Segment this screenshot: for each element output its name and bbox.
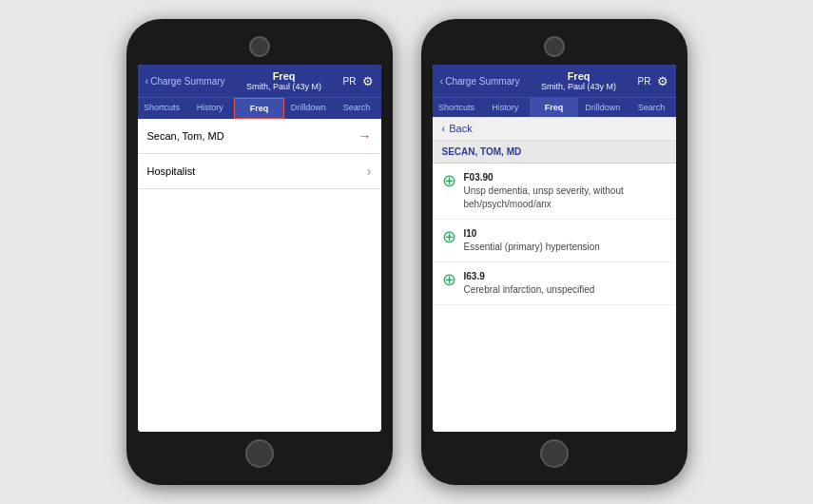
diagnosis-item-0[interactable]: ⊕ F03.90 Unsp dementia, unsp severity, w… (433, 164, 676, 220)
phone-left: ‹ Charge Summary Freq Smith, Paul (43y M… (126, 19, 393, 485)
list-item-hospitalist[interactable]: Hospitalist › (138, 154, 381, 189)
list-item-label-hospitalist: Hospitalist (147, 165, 196, 177)
list-item-secan[interactable]: Secan, Tom, MD → (138, 119, 381, 154)
diagnosis-item-1[interactable]: ⊕ I10 Essential (primary) hypertension (433, 220, 676, 262)
chevron-left-icon-right: ‹ (440, 75, 444, 87)
nav-tabs-left: Shortcuts History Freq Drilldown Search (138, 97, 381, 119)
add-icon-1[interactable]: ⊕ (442, 228, 456, 245)
diagnosis-item-2[interactable]: ⊕ I63.9 Cerebral infarction, unspecified (433, 262, 676, 305)
tab-search-right[interactable]: Search (627, 98, 675, 117)
nav-tabs-right: Shortcuts History Freq Drilldown Search (433, 97, 676, 117)
phone-screen-right: ‹ Charge Summary Freq Smith, Paul (43y M… (433, 65, 676, 432)
chevron-right-icon-hospitalist: › (367, 164, 372, 179)
tab-shortcuts-left[interactable]: Shortcuts (138, 98, 186, 119)
phone-screen-left: ‹ Charge Summary Freq Smith, Paul (43y M… (138, 65, 381, 432)
phone-bottom-button-left (245, 439, 274, 468)
back-chevron-icon: ‹ (442, 123, 446, 134)
content-left: Secan, Tom, MD → Hospitalist › (138, 119, 381, 432)
back-label-right: Charge Summary (445, 76, 519, 87)
diag-code-1: I10 (464, 227, 600, 241)
tab-freq-left[interactable]: Freq (234, 98, 284, 119)
chevron-left-icon: ‹ (145, 75, 149, 87)
pr-label-right: PR (638, 76, 651, 87)
gear-icon-right[interactable]: ⚙ (657, 74, 668, 88)
scene: ‹ Charge Summary Freq Smith, Paul (43y M… (126, 19, 687, 485)
phone-top-button-right (544, 36, 565, 57)
tab-drilldown-left[interactable]: Drilldown (284, 98, 333, 119)
pr-label-left: PR (343, 76, 357, 87)
add-icon-2[interactable]: ⊕ (442, 271, 456, 288)
tab-search-left[interactable]: Search (333, 98, 381, 119)
list-item-label-secan: Secan, Tom, MD (147, 130, 224, 142)
diag-code-0: F03.90 (464, 171, 667, 184)
diag-desc-1: Essential (primary) hypertension (464, 241, 600, 254)
back-button-left[interactable]: ‹ Charge Summary (145, 75, 225, 87)
tab-freq-right[interactable]: Freq (530, 98, 578, 117)
phone-top-button-left (249, 36, 270, 57)
phone-right: ‹ Charge Summary Freq Smith, Paul (43y M… (421, 19, 687, 485)
arrow-icon-secan: → (358, 128, 372, 144)
diag-text-0: F03.90 Unsp dementia, unsp severity, wit… (464, 171, 667, 211)
header-center-right: Freq Smith, Paul (43y M) (541, 70, 616, 91)
header-right: ‹ Charge Summary Freq Smith, Paul (43y M… (433, 65, 676, 97)
header-right-left: PR ⚙ (343, 74, 374, 88)
back-bar-right[interactable]: ‹ Back (433, 117, 676, 141)
diagnoses-list: ⊕ F03.90 Unsp dementia, unsp severity, w… (433, 164, 676, 432)
diag-desc-2: Cerebral infarction, unspecified (464, 283, 595, 297)
header-right-right: PR ⚙ (638, 74, 668, 88)
tab-drilldown-right[interactable]: Drilldown (578, 98, 627, 117)
header-title-right: Freq (541, 70, 616, 82)
header-title-left: Freq (246, 70, 321, 82)
back-button-right[interactable]: ‹ Charge Summary (440, 75, 520, 87)
back-bar-label: Back (449, 123, 472, 134)
add-icon-0[interactable]: ⊕ (442, 172, 456, 189)
diag-desc-0: Unsp dementia, unsp severity, without be… (464, 184, 667, 211)
patient-name-right: Smith, Paul (43y M) (541, 82, 616, 91)
section-header-right: SECAN, TOM, MD (433, 141, 676, 164)
tab-shortcuts-right[interactable]: Shortcuts (433, 98, 481, 117)
diag-text-2: I63.9 Cerebral infarction, unspecified (464, 270, 595, 297)
diag-code-2: I63.9 (464, 270, 595, 283)
tab-history-right[interactable]: History (481, 98, 530, 117)
phone-bottom-button-right (540, 439, 569, 468)
diag-text-1: I10 Essential (primary) hypertension (464, 227, 600, 254)
header-left: ‹ Charge Summary Freq Smith, Paul (43y M… (138, 65, 381, 97)
tab-history-left[interactable]: History (185, 98, 234, 119)
header-center-left: Freq Smith, Paul (43y M) (246, 70, 321, 91)
back-label-left: Charge Summary (150, 76, 224, 87)
gear-icon-left[interactable]: ⚙ (362, 74, 374, 88)
patient-name-left: Smith, Paul (43y M) (246, 82, 321, 91)
